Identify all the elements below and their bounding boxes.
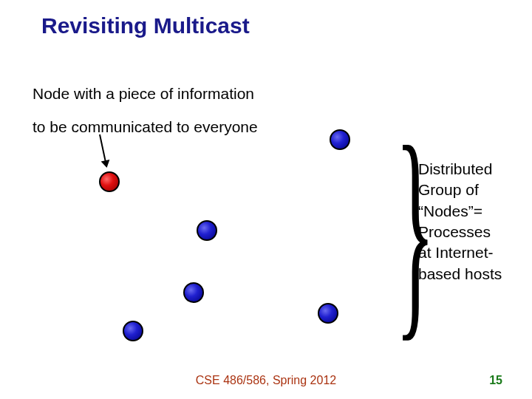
brace-label: Distributed Group of “Nodes”= Processes …	[418, 159, 502, 284]
node-source	[99, 171, 120, 192]
brace-line: Processes	[418, 222, 502, 242]
node-peer	[330, 129, 350, 150]
subtitle-line-1: Node with a piece of information	[33, 85, 254, 103]
node-peer	[197, 220, 217, 241]
subtitle-line-2: to be communicated to everyone	[33, 118, 258, 136]
arrow-to-source-node	[99, 134, 107, 166]
brace-line: “Nodes”=	[418, 201, 502, 222]
footer-course-info: CSE 486/586, Spring 2012	[0, 374, 532, 387]
page-number: 15	[489, 374, 502, 387]
node-peer	[123, 321, 143, 341]
node-peer	[318, 303, 338, 324]
brace-line: Distributed	[418, 159, 502, 180]
page-title: Revisiting Multicast	[41, 13, 250, 38]
node-peer	[183, 282, 204, 303]
brace-line: at Internet-	[418, 242, 502, 263]
brace-line: Group of	[418, 180, 502, 200]
brace-line: based hosts	[418, 264, 502, 284]
